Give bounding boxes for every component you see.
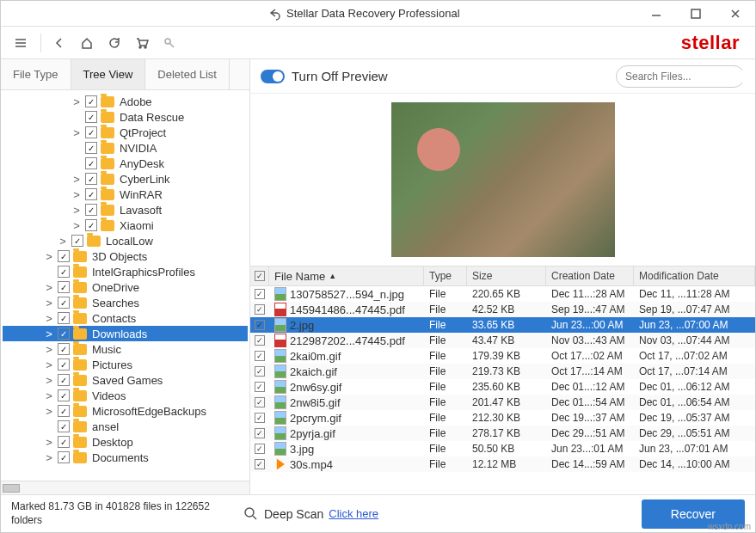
search-box[interactable] xyxy=(616,65,745,88)
tree-checkbox[interactable] xyxy=(58,297,70,309)
menu-button[interactable] xyxy=(8,30,34,56)
tree-checkbox[interactable] xyxy=(58,312,70,324)
tree-node[interactable]: >Saved Games xyxy=(3,372,248,388)
tree-node[interactable]: >CyberLink xyxy=(3,171,248,187)
file-row[interactable]: 130758527...594_n.jpgFile220.65 KBDec 11… xyxy=(250,286,755,302)
tree-node[interactable]: >QtProject xyxy=(3,125,248,140)
row-checkbox[interactable] xyxy=(255,320,265,330)
deep-scan-link[interactable]: Click here xyxy=(329,507,378,520)
tree-checkbox[interactable] xyxy=(58,451,70,463)
tree-node[interactable]: >Documents xyxy=(3,450,248,465)
file-name: 2kai0m.gif xyxy=(290,350,341,363)
file-row[interactable]: 2pyrja.gifFile278.17 KBDec 29...:51 AMDe… xyxy=(250,426,755,441)
refresh-button[interactable] xyxy=(101,30,127,56)
tree-checkbox[interactable] xyxy=(85,111,97,123)
tree-node[interactable]: >Music xyxy=(3,341,248,357)
file-row[interactable]: 2.jpgFile33.65 KBJun 23...:00 AMJun 23, … xyxy=(250,317,755,333)
tree-node[interactable]: NVIDIA xyxy=(3,140,248,156)
row-checkbox[interactable] xyxy=(255,459,265,469)
col-modification-date[interactable]: Modification Date xyxy=(634,266,755,285)
tree-checkbox[interactable] xyxy=(85,157,97,169)
tab-deleted-list[interactable]: Deleted List xyxy=(145,59,230,89)
file-row[interactable]: 3.jpgFile50.50 KBJun 23...:01 AMJun 23, … xyxy=(250,441,755,456)
folder-tree[interactable]: >AdobeData Rescue>QtProjectNVIDIAAnyDesk… xyxy=(1,90,249,481)
tree-node[interactable]: >3D Objects xyxy=(3,248,248,264)
tree-checkbox[interactable] xyxy=(58,250,70,262)
tree-checkbox[interactable] xyxy=(58,436,70,448)
tree-checkbox[interactable] xyxy=(85,188,97,200)
file-row[interactable]: 2kai0m.gifFile179.39 KBOct 17...:02 AMOc… xyxy=(250,348,755,364)
tree-node[interactable]: >MicrosoftEdgeBackups xyxy=(3,403,248,419)
tree-checkbox[interactable] xyxy=(58,405,70,417)
search-input[interactable] xyxy=(625,70,754,83)
tree-node[interactable]: >Downloads xyxy=(3,326,248,341)
tab-file-type[interactable]: File Type xyxy=(1,59,71,89)
row-checkbox[interactable] xyxy=(255,289,265,299)
file-cdate: Dec 14...:59 AM xyxy=(546,458,634,470)
maximize-button[interactable] xyxy=(676,1,716,27)
home-button[interactable] xyxy=(74,30,100,56)
tree-checkbox[interactable] xyxy=(71,235,83,247)
tree-checkbox[interactable] xyxy=(58,420,70,432)
preview-toggle[interactable] xyxy=(261,70,285,83)
tree-checkbox[interactable] xyxy=(58,328,70,340)
row-checkbox[interactable] xyxy=(255,304,265,315)
tree-checkbox[interactable] xyxy=(58,281,70,293)
tree-node[interactable]: Data Rescue xyxy=(3,109,248,125)
tree-checkbox[interactable] xyxy=(85,95,97,107)
tree-checkbox[interactable] xyxy=(85,126,97,138)
minimize-button[interactable] xyxy=(636,1,676,27)
tree-checkbox[interactable] xyxy=(58,343,70,355)
row-checkbox[interactable] xyxy=(255,351,265,361)
tree-checkbox[interactable] xyxy=(58,389,70,401)
tree-checkbox[interactable] xyxy=(85,219,97,231)
row-checkbox[interactable] xyxy=(255,397,265,407)
back-button[interactable] xyxy=(46,30,72,56)
tree-node[interactable]: >WinRAR xyxy=(3,187,248,202)
row-checkbox[interactable] xyxy=(255,366,265,377)
tree-node[interactable]: >Adobe xyxy=(3,94,248,109)
folder-icon xyxy=(73,406,87,417)
tree-node[interactable]: ansel xyxy=(3,419,248,434)
key-button[interactable] xyxy=(157,30,182,56)
file-row[interactable]: 2nw6sy.gifFile235.60 KBDec 01...:12 AMDe… xyxy=(250,379,755,395)
tree-node[interactable]: >Contacts xyxy=(3,310,248,326)
row-checkbox[interactable] xyxy=(255,335,265,346)
file-row[interactable]: 2kaich.gifFile219.73 KBOct 17...:14 AMOc… xyxy=(250,364,755,379)
tree-checkbox[interactable] xyxy=(85,173,97,185)
col-filename[interactable]: File Name ▲ xyxy=(269,266,424,285)
row-checkbox[interactable] xyxy=(255,413,265,423)
row-checkbox[interactable] xyxy=(255,444,265,454)
tree-node[interactable]: >Pictures xyxy=(3,357,248,372)
tree-node[interactable]: >Lavasoft xyxy=(3,202,248,217)
tree-node[interactable]: >Desktop xyxy=(3,434,248,450)
file-row[interactable]: 212987202...47445.pdfFile43.47 KBNov 03.… xyxy=(250,333,755,348)
tree-checkbox[interactable] xyxy=(85,204,97,216)
file-row[interactable]: 2nw8i5.gifFile201.47 KBDec 01...:54 AMDe… xyxy=(250,395,755,410)
tree-checkbox[interactable] xyxy=(58,358,70,371)
tree-node[interactable]: >LocalLow xyxy=(3,233,248,248)
cart-button[interactable] xyxy=(129,30,155,56)
tree-node[interactable]: AnyDesk xyxy=(3,156,248,171)
file-row[interactable]: 30s.mp4File12.12 MBDec 14...:59 AMDec 14… xyxy=(250,456,755,472)
tree-node[interactable]: >Xiaomi xyxy=(3,217,248,233)
tree-scrollbar[interactable] xyxy=(1,481,249,494)
tree-checkbox[interactable] xyxy=(58,266,70,278)
row-checkbox[interactable] xyxy=(255,428,265,438)
col-size[interactable]: Size xyxy=(467,266,546,285)
tree-node[interactable]: >Searches xyxy=(3,295,248,310)
tree-node[interactable]: >Videos xyxy=(3,388,248,403)
tree-node[interactable]: IntelGraphicsProfiles xyxy=(3,264,248,279)
file-row[interactable]: 2pcrym.gifFile212.30 KBDec 19...:37 AMDe… xyxy=(250,410,755,426)
tab-tree-view[interactable]: Tree View xyxy=(71,59,146,89)
col-creation-date[interactable]: Creation Date xyxy=(546,266,634,285)
tree-node[interactable]: >OneDrive xyxy=(3,279,248,295)
file-grid[interactable]: 130758527...594_n.jpgFile220.65 KBDec 11… xyxy=(250,286,755,494)
col-type[interactable]: Type xyxy=(424,266,467,285)
close-button[interactable] xyxy=(716,1,755,27)
header-checkbox[interactable]: ✓ xyxy=(250,266,269,285)
tree-checkbox[interactable] xyxy=(58,374,70,386)
file-row[interactable]: 145941486...47445.pdfFile42.52 KBSep 19.… xyxy=(250,302,755,317)
tree-checkbox[interactable] xyxy=(85,142,97,154)
row-checkbox[interactable] xyxy=(255,382,265,392)
